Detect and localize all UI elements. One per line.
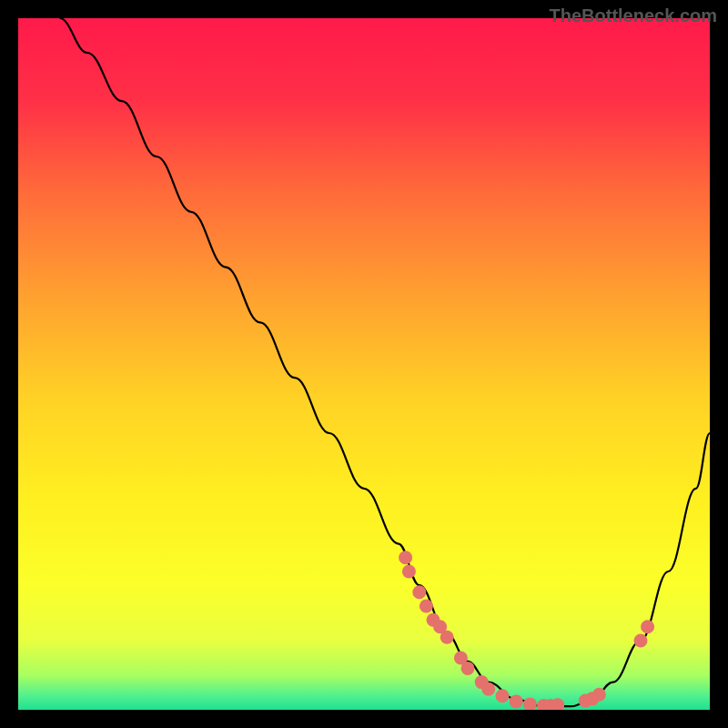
marker-point <box>402 565 416 579</box>
marker-point <box>523 697 537 710</box>
marker-point <box>412 585 426 599</box>
marker-point <box>496 689 510 703</box>
marker-point <box>634 634 648 648</box>
plot-area <box>18 18 710 710</box>
marker-point <box>420 600 433 613</box>
marker-point <box>641 620 654 633</box>
watermark-text: TheBottleneck.com <box>550 5 717 26</box>
marker-point <box>440 631 454 644</box>
marker-point <box>592 688 606 702</box>
markers-layer <box>18 18 710 710</box>
chart-container: TheBottleneck.com <box>0 0 728 728</box>
marker-point <box>399 551 412 564</box>
marker-point <box>510 694 523 708</box>
curve-markers <box>399 551 654 710</box>
marker-point <box>481 682 495 696</box>
marker-point <box>461 662 475 675</box>
